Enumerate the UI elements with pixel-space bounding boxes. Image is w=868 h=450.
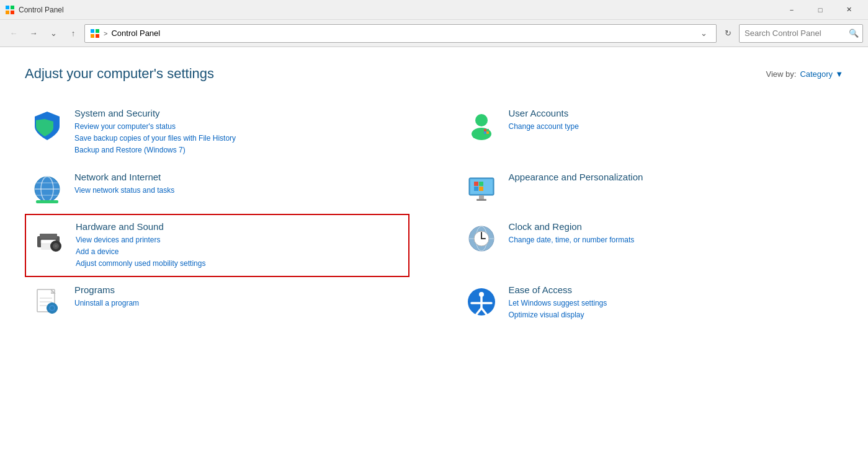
programs-link-1[interactable]: Uninstall a program: [74, 298, 405, 309]
category-system-security: System and Security Review your computer…: [25, 100, 409, 164]
view-by-value-text: Category: [800, 69, 833, 79]
programs-icon: [30, 285, 65, 319]
ease-of-access-link-2[interactable]: Optimize visual display: [509, 309, 839, 321]
titlebar-controls: − □ ✕: [777, 0, 863, 20]
system-security-svg-icon: [31, 109, 63, 141]
category-user-accounts: User Accounts Change account type: [459, 100, 844, 164]
page-header: Adjust your computer's settings View by:…: [25, 66, 843, 82]
system-security-link-1[interactable]: Review your computer's status: [74, 121, 405, 133]
main-content: Adjust your computer's settings View by:…: [0, 47, 868, 450]
svg-rect-49: [51, 302, 53, 304]
search-box[interactable]: 🔍: [739, 24, 863, 43]
system-security-link-3[interactable]: Backup and Restore (Windows 7): [74, 144, 405, 156]
programs-title[interactable]: Programs: [74, 285, 405, 295]
category-network-internet: Network and Internet View network status…: [25, 164, 409, 214]
svg-rect-5: [96, 29, 99, 33]
network-internet-link-1[interactable]: View network status and tasks: [74, 185, 405, 196]
hardware-sound-title[interactable]: Hardware and Sound: [76, 221, 403, 232]
address-bar-icon: [90, 29, 100, 38]
svg-rect-23: [474, 182, 478, 186]
category-clock-region: Clock and Region Change date, time, or n…: [459, 214, 844, 278]
address-dropdown-button[interactable]: ⌄: [696, 26, 711, 41]
network-internet-svg-icon: [31, 173, 63, 205]
ease-of-access-link-1[interactable]: Let Windows suggest settings: [509, 298, 839, 309]
svg-rect-24: [479, 182, 483, 186]
svg-rect-14: [486, 131, 489, 134]
svg-rect-51: [47, 307, 48, 309]
maximize-button[interactable]: □: [806, 0, 834, 20]
svg-rect-2: [6, 11, 9, 14]
svg-point-8: [475, 114, 488, 126]
svg-rect-20: [36, 200, 58, 203]
hardware-sound-text: Hardware and Sound View devices and prin…: [76, 221, 403, 270]
category-ease-of-access: Ease of Access Let Windows suggest setti…: [459, 277, 844, 329]
titlebar-app-icon: [5, 5, 15, 15]
view-by-dropdown[interactable]: Category ▼: [800, 69, 843, 79]
svg-rect-0: [6, 6, 9, 9]
view-by-label: View by:: [766, 69, 796, 79]
user-accounts-text: User Accounts Change account type: [509, 108, 839, 133]
clock-region-title[interactable]: Clock and Region: [509, 221, 839, 232]
clock-region-text: Clock and Region Change date, time, or n…: [509, 221, 839, 246]
ease-of-access-icon: [464, 285, 499, 319]
ease-of-access-text: Ease of Access Let Windows suggest setti…: [509, 285, 839, 321]
refresh-button[interactable]: ↻: [719, 25, 736, 42]
programs-text: Programs Uninstall a program: [74, 285, 405, 309]
user-accounts-icon: [464, 108, 499, 143]
svg-rect-50: [51, 312, 53, 314]
appearance-icon: [464, 172, 499, 206]
categories-grid: System and Security Review your computer…: [25, 100, 843, 329]
svg-point-48: [50, 306, 54, 310]
address-text: Control Panel: [111, 29, 692, 38]
svg-rect-13: [484, 131, 486, 134]
system-security-icon: [30, 108, 65, 143]
user-accounts-link-1[interactable]: Change account type: [509, 121, 839, 133]
up-button[interactable]: ↑: [65, 25, 82, 42]
ease-of-access-svg-icon: [465, 286, 498, 318]
address-bar: > Control Panel ⌄: [84, 24, 717, 43]
ease-of-access-title[interactable]: Ease of Access: [509, 285, 839, 295]
hardware-sound-link-2[interactable]: Add a device: [76, 246, 403, 258]
close-button[interactable]: ✕: [834, 0, 863, 20]
titlebar-title: Control Panel: [19, 6, 64, 14]
system-security-link-2[interactable]: Save backup copies of your files with Fi…: [74, 133, 405, 144]
appearance-text: Appearance and Personalization: [509, 172, 839, 185]
content-area: Adjust your computer's settings View by:…: [0, 47, 868, 348]
network-internet-text: Network and Internet View network status…: [74, 172, 405, 196]
system-security-title[interactable]: System and Security: [74, 108, 405, 118]
search-input[interactable]: [745, 25, 845, 42]
hardware-sound-svg-icon: [32, 223, 65, 255]
programs-svg-icon: [31, 286, 63, 318]
svg-rect-6: [91, 34, 94, 38]
minimize-button[interactable]: −: [777, 0, 806, 20]
svg-rect-28: [477, 199, 486, 201]
forward-button[interactable]: →: [25, 25, 42, 42]
titlebar: Control Panel − □ ✕: [0, 0, 868, 20]
clock-region-icon: [464, 221, 499, 256]
svg-rect-7: [96, 34, 99, 38]
svg-rect-3: [11, 11, 14, 14]
hardware-sound-link-1[interactable]: View devices and printers: [76, 234, 403, 246]
appearance-title[interactable]: Appearance and Personalization: [509, 172, 839, 182]
user-accounts-svg-icon: [465, 109, 498, 141]
hardware-sound-link-3[interactable]: Adjust commonly used mobility settings: [76, 258, 403, 270]
svg-rect-26: [479, 187, 483, 191]
svg-point-35: [55, 245, 57, 247]
address-separator: >: [104, 30, 107, 37]
recent-locations-button[interactable]: ⌄: [45, 25, 62, 42]
search-icon: 🔍: [849, 29, 859, 38]
view-by-control: View by: Category ▼: [766, 69, 843, 79]
system-security-text: System and Security Review your computer…: [74, 108, 405, 157]
hardware-sound-icon: [31, 221, 66, 256]
back-button[interactable]: ←: [5, 25, 22, 42]
category-appearance: Appearance and Personalization: [459, 164, 844, 214]
page-title: Adjust your computer's settings: [25, 66, 214, 82]
network-internet-icon: [30, 172, 65, 206]
user-accounts-title[interactable]: User Accounts: [509, 108, 839, 118]
svg-rect-4: [91, 29, 94, 33]
clock-region-link-1[interactable]: Change date, time, or number formats: [509, 234, 839, 246]
network-internet-title[interactable]: Network and Internet: [74, 172, 405, 182]
svg-rect-11: [484, 129, 486, 131]
category-programs: Programs Uninstall a program: [25, 277, 409, 329]
view-by-chevron-icon: ▼: [835, 69, 843, 79]
